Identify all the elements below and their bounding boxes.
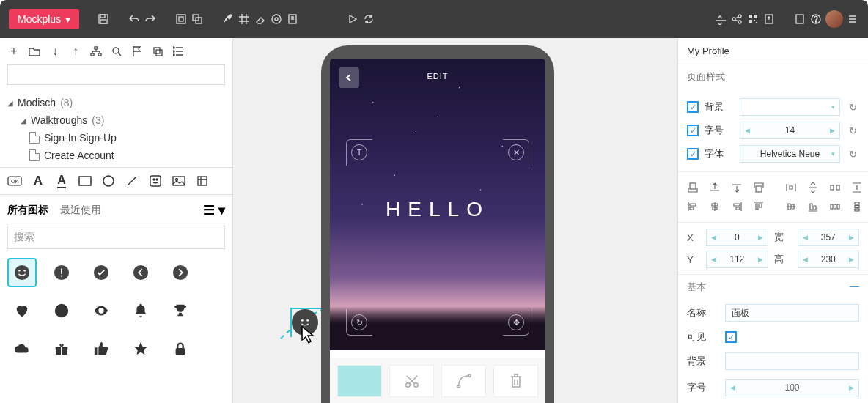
dist-h-icon[interactable] <box>785 181 797 194</box>
eraser-icon[interactable] <box>254 12 267 26</box>
dist-horizontal-icon[interactable] <box>829 200 841 213</box>
add-icon[interactable]: + <box>7 45 21 58</box>
fontsize-checkbox[interactable]: ✓ <box>687 125 699 136</box>
tree-page[interactable]: Create Account <box>7 147 225 164</box>
tree-folder[interactable]: ◢ Walktroughs (3) <box>7 111 225 129</box>
bring-forward-icon[interactable] <box>709 181 721 194</box>
collapse-icon[interactable]: — <box>850 281 859 294</box>
undo-icon[interactable] <box>128 12 141 26</box>
circle-icon[interactable] <box>101 174 116 188</box>
corner-rotate-tool[interactable]: ↻ <box>346 309 372 336</box>
align-center-icon[interactable] <box>709 200 721 213</box>
basic-section-header[interactable]: 基本 — <box>678 274 868 300</box>
thumbs-up-icon[interactable] <box>87 334 116 363</box>
h-input[interactable]: ◀230▶ <box>798 251 860 268</box>
tree-project[interactable]: ◢ Modisch (8) <box>7 94 225 111</box>
save-icon[interactable] <box>97 12 110 26</box>
component-icon[interactable] <box>195 174 210 188</box>
sitemap-icon[interactable] <box>89 45 103 58</box>
fontsize-input[interactable]: ◀100▶ <box>725 379 859 396</box>
hello-text[interactable]: HELLO <box>386 198 490 221</box>
bell-icon[interactable] <box>126 296 155 325</box>
back-button[interactable] <box>339 67 359 88</box>
align-bottom-icon[interactable] <box>807 200 819 213</box>
rectangle-icon[interactable] <box>78 174 92 188</box>
brand-menu[interactable]: Mockplus ▾ <box>9 9 79 29</box>
page-search-input[interactable] <box>7 64 225 85</box>
device-icon[interactable] <box>793 12 806 26</box>
fontfamily-checkbox[interactable]: ✓ <box>687 148 699 160</box>
equal-width-icon[interactable] <box>829 181 841 194</box>
grid-icon[interactable] <box>238 12 251 26</box>
cloud-icon[interactable] <box>7 334 37 363</box>
flag-icon[interactable] <box>130 45 144 58</box>
group-icon[interactable] <box>174 12 188 26</box>
dist-vertical-icon[interactable] <box>851 200 863 213</box>
style-icon[interactable] <box>221 12 235 26</box>
bring-front-icon[interactable] <box>687 181 699 194</box>
tab-all-icons[interactable]: 所有图标 <box>7 204 48 217</box>
corner-close-tool[interactable]: ✕ <box>503 139 529 166</box>
y-input[interactable]: ◀112▶ <box>706 251 768 268</box>
align-top-icon[interactable] <box>753 200 765 213</box>
send-backward-icon[interactable] <box>731 181 743 194</box>
redo-icon[interactable] <box>144 12 157 26</box>
ok-button-icon[interactable]: OK <box>7 174 22 188</box>
reset-icon[interactable]: ↻ <box>846 124 859 137</box>
share-icon[interactable] <box>730 12 743 26</box>
corner-text-tool[interactable]: T <box>346 139 372 166</box>
chevron-left-icon[interactable] <box>126 258 155 287</box>
fontfamily-input[interactable]: Helvetica Neue▾ <box>740 145 840 163</box>
cut-tool[interactable] <box>389 365 434 397</box>
cloud-icon[interactable] <box>714 12 727 26</box>
heart-icon[interactable] <box>7 296 37 325</box>
equal-height-icon[interactable] <box>851 181 863 194</box>
target-icon[interactable] <box>270 12 283 26</box>
bg-input[interactable] <box>725 352 859 370</box>
align-left-icon[interactable] <box>687 200 699 213</box>
canvas[interactable]: EDIT HELLO T ✕ ↻ ✥ <box>233 38 677 403</box>
phone-screen[interactable]: EDIT HELLO T ✕ ↻ ✥ <box>330 59 545 403</box>
eye-icon[interactable] <box>87 296 116 325</box>
ungroup-icon[interactable] <box>191 12 204 26</box>
qr-icon[interactable] <box>746 12 760 26</box>
name-input[interactable]: 面板 <box>725 304 859 322</box>
x-input[interactable]: ◀0▶ <box>706 229 768 246</box>
export-icon[interactable] <box>762 12 776 26</box>
star-icon[interactable] <box>126 334 155 363</box>
menu-icon[interactable] <box>846 12 859 26</box>
list-icon[interactable] <box>172 45 185 58</box>
corner-move-tool[interactable]: ✥ <box>503 309 529 336</box>
icon-menu[interactable]: ☰ ▾ <box>203 202 225 218</box>
align-right-icon[interactable] <box>731 200 743 213</box>
bg-checkbox[interactable]: ✓ <box>687 101 699 113</box>
smile-icon[interactable] <box>7 258 37 287</box>
sync-icon[interactable] <box>362 12 375 26</box>
line-icon[interactable] <box>125 174 139 188</box>
down-icon[interactable]: ↓ <box>48 45 62 58</box>
alert-icon[interactable] <box>47 258 76 287</box>
reset-icon[interactable]: ↻ <box>846 100 859 114</box>
sticker-icon[interactable] <box>148 174 163 188</box>
icon-search-input[interactable]: 搜索 <box>7 226 225 249</box>
avatar[interactable] <box>825 10 843 28</box>
w-input[interactable]: ◀357▶ <box>798 229 860 246</box>
folder-icon[interactable] <box>28 45 41 58</box>
align-middle-icon[interactable] <box>785 200 797 213</box>
trophy-icon[interactable] <box>166 296 195 325</box>
reset-icon[interactable]: ↻ <box>846 147 859 160</box>
image-icon[interactable] <box>172 174 186 188</box>
help-icon[interactable] <box>809 12 823 26</box>
delete-tool[interactable] <box>493 365 538 397</box>
fontsize-input[interactable]: ◀14▶ <box>740 122 840 139</box>
curve-tool[interactable] <box>441 365 486 397</box>
chevron-right-icon[interactable] <box>166 258 195 287</box>
crop-tool[interactable] <box>337 365 382 397</box>
gift-icon[interactable] <box>47 334 76 363</box>
lock-icon[interactable] <box>166 334 195 363</box>
visible-checkbox[interactable]: ✓ <box>725 331 737 343</box>
play-icon[interactable] <box>346 12 359 26</box>
text-underline-icon[interactable]: A <box>54 174 69 188</box>
up-icon[interactable]: ↑ <box>69 45 82 58</box>
tree-page[interactable]: Sign-In Sign-Up <box>7 129 225 147</box>
